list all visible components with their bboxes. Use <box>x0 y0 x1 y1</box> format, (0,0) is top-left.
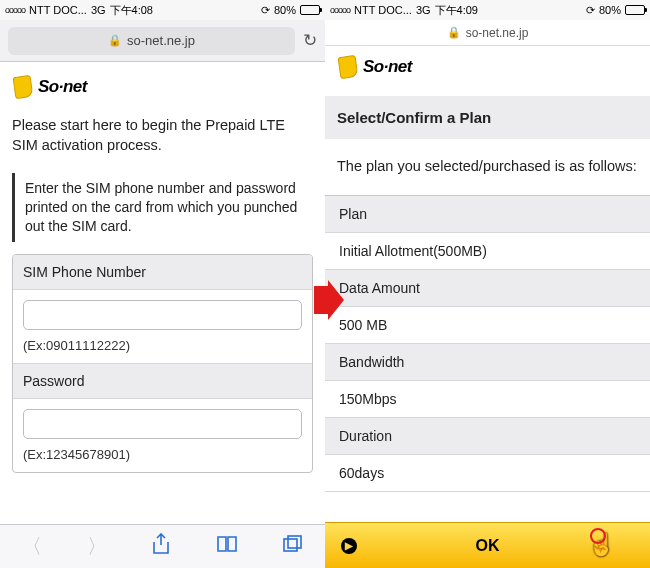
signal-dots-icon: ooooo <box>330 5 350 15</box>
duration-header: Duration <box>325 418 650 455</box>
brand-logo: So·net <box>339 56 638 78</box>
page-title: Select/Confirm a Plan <box>325 96 650 139</box>
plan-value: Initial Allotment(500MB) <box>325 233 650 270</box>
battery-icon <box>625 5 645 15</box>
network-label: 3G <box>91 4 106 16</box>
reload-icon[interactable]: ↻ <box>303 30 317 51</box>
carrier-label: NTT DOC... <box>354 4 412 16</box>
ok-label: OK <box>476 537 500 555</box>
browser-url-bar: 🔒 so-net.ne.jp ↻ <box>0 20 325 62</box>
bandwidth-value: 150Mbps <box>325 381 650 418</box>
activation-form: SIM Phone Number (Ex:09011112222) Passwo… <box>12 254 313 473</box>
intro-text: Please start here to begin the Prepaid L… <box>12 116 313 155</box>
rotation-lock-icon: ⟳ <box>586 4 595 17</box>
sim-number-input[interactable] <box>23 300 302 330</box>
battery-pct: 80% <box>599 4 621 16</box>
browser-url-bar: 🔒 so-net.ne.jp <box>325 20 650 46</box>
password-label: Password <box>13 363 312 399</box>
rotation-lock-icon: ⟳ <box>261 4 270 17</box>
sim-number-label: SIM Phone Number <box>13 255 312 290</box>
signal-dots-icon: ooooo <box>5 5 25 15</box>
brand-logo: So·net <box>14 76 313 98</box>
forward-icon[interactable]: 〉 <box>87 533 107 560</box>
screen-confirm-plan: ooooo NTT DOC... 3G 下午4:09 ⟳ 80% 🔒 so-ne… <box>325 0 650 568</box>
chevron-right-icon: ▶ <box>341 538 357 554</box>
url-text: so-net.ne.jp <box>466 26 529 40</box>
share-icon[interactable] <box>151 533 171 560</box>
svg-rect-0 <box>284 539 297 551</box>
password-hint: (Ex:12345678901) <box>23 447 302 462</box>
lock-icon: 🔒 <box>108 34 122 47</box>
back-icon[interactable]: 〈 <box>22 533 42 560</box>
status-bar: ooooo NTT DOC... 3G 下午4:09 ⟳ 80% <box>325 0 650 20</box>
screen-activation: ooooo NTT DOC... 3G 下午4:08 ⟳ 80% 🔒 so-ne… <box>0 0 325 568</box>
password-input[interactable] <box>23 409 302 439</box>
svg-rect-1 <box>288 536 301 548</box>
instruction-note: Enter the SIM phone number and password … <box>12 173 313 242</box>
plan-header: Plan <box>325 196 650 233</box>
brand-mark-icon <box>338 55 359 79</box>
battery-pct: 80% <box>274 4 296 16</box>
ok-button[interactable]: ▶ OK ☝ <box>325 522 650 568</box>
network-label: 3G <box>416 4 431 16</box>
lock-icon: 🔒 <box>447 26 461 39</box>
brand-text: So·net <box>38 77 87 97</box>
tabs-icon[interactable] <box>283 535 303 558</box>
brand-text: So·net <box>363 57 412 77</box>
brand-mark-icon <box>13 75 34 99</box>
cursor-pointer-icon: ☝ <box>588 532 616 564</box>
flow-arrow-icon <box>314 280 344 320</box>
plan-table: Plan Initial Allotment(500MB) Data Amoun… <box>325 195 650 492</box>
battery-icon <box>300 5 320 15</box>
url-text: so-net.ne.jp <box>127 33 195 48</box>
data-amount-header: Data Amount <box>325 270 650 307</box>
carrier-label: NTT DOC... <box>29 4 87 16</box>
data-amount-value: 500 MB <box>325 307 650 344</box>
duration-value: 60days <box>325 455 650 492</box>
bandwidth-header: Bandwidth <box>325 344 650 381</box>
sim-number-hint: (Ex:09011112222) <box>23 338 302 353</box>
url-field[interactable]: 🔒 so-net.ne.jp <box>8 27 295 55</box>
plan-intro-text: The plan you selected/purchased is as fo… <box>337 157 638 177</box>
svg-marker-2 <box>314 280 344 320</box>
status-bar: ooooo NTT DOC... 3G 下午4:08 ⟳ 80% <box>0 0 325 20</box>
safari-toolbar: 〈 〉 <box>0 524 325 568</box>
time-label: 下午4:08 <box>110 3 153 18</box>
time-label: 下午4:09 <box>435 3 478 18</box>
bookmarks-icon[interactable] <box>216 535 238 558</box>
